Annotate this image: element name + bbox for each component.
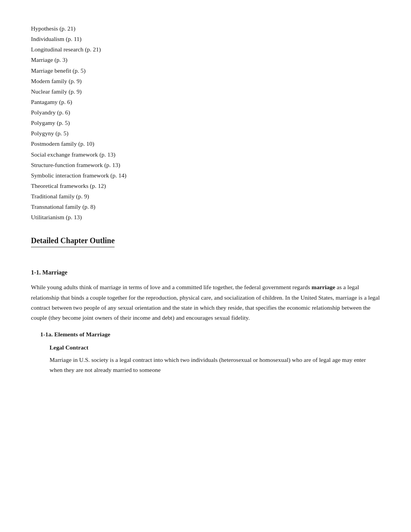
index-item: Polyandry (p. 6) [31,107,380,118]
body-text-before-bold: While young adults think of marriage in … [31,284,312,290]
index-item: Longitudinal research (p. 21) [31,44,380,55]
section-1-1a: 1-1a. Elements of Marriage Legal Contrac… [31,331,380,375]
index-item: Utilitarianism (p. 13) [31,212,380,222]
index-item: Pantagamy (p. 6) [31,97,380,107]
index-item: Individualism (p. 11) [31,34,380,44]
chapter-outline: Detailed Chapter Outline 1-1. Marriage W… [31,236,380,375]
legal-contract-title: Legal Contract [50,344,380,351]
index-item: Polygyny (p. 5) [31,128,380,138]
section-legal-contract: Legal Contract Marriage in U.S. society … [31,344,380,375]
index-item: Traditional family (p. 9) [31,191,380,201]
subsection-1-1-title: 1-1. Marriage [31,269,380,276]
index-item: Symbolic interaction framework (p. 14) [31,170,380,181]
index-item: Marriage (p. 3) [31,55,380,65]
index-item: Marriage benefit (p. 5) [31,65,380,76]
index-list: Hypothesis (p. 21)Individualism (p. 11)L… [31,23,380,222]
index-item: Modern family (p. 9) [31,76,380,86]
index-item: Structure-function framework (p. 13) [31,160,380,170]
index-item: Hypothesis (p. 21) [31,23,380,34]
section-1-1: 1-1. Marriage While young adults think o… [31,269,380,375]
index-item: Social exchange framework (p. 13) [31,149,380,160]
subsection-1-1a-title: 1-1a. Elements of Marriage [40,331,380,338]
body-para-1-1: While young adults think of marriage in … [31,282,380,323]
index-item: Theoretical frameworks (p. 12) [31,181,380,191]
index-item: Postmodern family (p. 10) [31,138,380,149]
section-heading: Detailed Chapter Outline [31,236,115,247]
bold-marriage: marriage [312,284,335,290]
index-item: Transnational family (p. 8) [31,201,380,212]
index-item: Nuclear family (p. 9) [31,86,380,97]
index-item: Polygamy (p. 5) [31,118,380,128]
legal-contract-body: Marriage in U.S. society is a legal cont… [50,355,380,375]
